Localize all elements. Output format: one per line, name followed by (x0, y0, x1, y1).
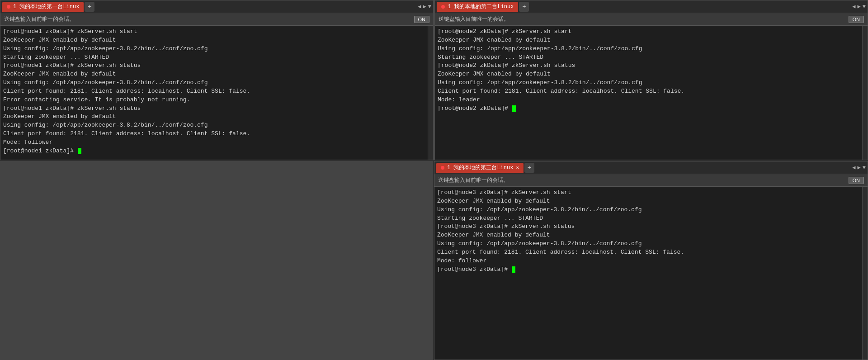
nav-prev-rb[interactable]: ◀ (852, 164, 855, 171)
cursor-left (78, 148, 81, 154)
scrollbar-left[interactable] (428, 26, 433, 160)
toolbar-text-rt: 送键盘输入目前唯一的会话。 (439, 15, 849, 23)
add-tab-button-right-bottom[interactable]: + (524, 163, 534, 173)
terminal-text-left: [root@node1 zkData]# zkServer.sh start Z… (3, 28, 425, 156)
nav-prev-rt[interactable]: ◀ (852, 3, 855, 10)
tab-nav-right-bottom[interactable]: ◀ ▶ ▼ (852, 164, 866, 171)
scrollbar-right-bottom[interactable] (862, 187, 868, 360)
tab-right-bottom[interactable]: 1 我的本地的第三台Linux ✕ (436, 163, 524, 173)
toolbar-text-left: 送键盘输入目前唯一的会话。 (4, 15, 414, 23)
tab-bar-right-bottom: 1 我的本地的第三台Linux ✕ + ◀ ▶ ▼ (434, 161, 868, 174)
terminal-text-rb: [root@node3 zkData]# zkServer.sh start Z… (437, 189, 859, 274)
terminal-content-right-bottom[interactable]: [root@node3 zkData]# zkServer.sh start Z… (434, 187, 862, 360)
on-button-right-bottom[interactable]: ON (849, 177, 864, 184)
terminal-right-bottom[interactable]: 1 我的本地的第三台Linux ✕ + ◀ ▶ ▼ 送键盘输入目前唯一的会话。 … (434, 161, 868, 360)
tab-nav-left[interactable]: ◀ ▶ ▼ (418, 3, 431, 10)
tab-bar-left: 1 我的本地的第一台Linux + ◀ ▶ ▼ (0, 0, 433, 13)
add-tab-button-right-top[interactable]: + (519, 2, 529, 12)
cursor-right-top (512, 105, 516, 112)
tab-right-top-label: 1 我的本地的第二台Linux (448, 3, 514, 10)
tab-status-dot-rt (441, 5, 445, 9)
nav-next-rt[interactable]: ▶ (858, 3, 861, 10)
terminal-right-top[interactable]: 1 我的本地的第二台Linux + ◀ ▶ ▼ 送键盘输入目前唯一的会话。 ON… (434, 0, 868, 160)
nav-prev-left[interactable]: ◀ (418, 3, 421, 10)
tab-status-dot (7, 5, 10, 9)
terminal-content-left[interactable]: [root@node1 zkData]# zkServer.sh start Z… (0, 26, 428, 160)
toolbar-left: 送键盘输入目前唯一的会话。 ON (0, 13, 433, 26)
tab-bar-right-top: 1 我的本地的第二台Linux + ◀ ▶ ▼ (435, 0, 868, 13)
toolbar-text-rb: 送键盘输入目前唯一的会话。 (438, 176, 849, 184)
tab-nav-right-top[interactable]: ◀ ▶ ▼ (852, 3, 866, 10)
nav-menu-rt[interactable]: ▼ (863, 4, 866, 10)
on-button-left[interactable]: ON (414, 16, 430, 23)
nav-next-left[interactable]: ▶ (423, 3, 426, 10)
tab-right-bottom-label: 1 我的本地的第三台Linux (447, 164, 513, 171)
nav-menu-rb[interactable]: ▼ (863, 165, 866, 171)
close-tab-button-rb[interactable]: ✕ (516, 165, 519, 171)
cursor-right-bottom (512, 266, 515, 273)
on-button-right-top[interactable]: ON (849, 16, 864, 23)
toolbar-right-bottom: 送键盘输入目前唯一的会话。 ON (434, 174, 868, 187)
tab-right-top[interactable]: 1 我的本地的第二台Linux (437, 2, 518, 12)
tab-left[interactable]: 1 我的本地的第一台Linux (2, 2, 84, 12)
bottom-spacer (0, 161, 433, 360)
tab-status-dot-rb (441, 166, 444, 170)
terminal-content-right-top[interactable]: [root@node2 zkData]# zkServer.sh start Z… (435, 26, 862, 160)
nav-menu-left[interactable]: ▼ (428, 4, 431, 10)
terminal-left[interactable]: 1 我的本地的第一台Linux + ◀ ▶ ▼ 送键盘输入目前唯一的会话。 ON… (0, 0, 434, 160)
add-tab-button-left[interactable]: + (85, 2, 94, 12)
terminal-text-rt: [root@node2 zkData]# zkServer.sh start Z… (438, 28, 859, 113)
tab-left-label: 1 我的本地的第一台Linux (13, 3, 79, 10)
toolbar-right-top: 送键盘输入目前唯一的会话。 ON (435, 13, 868, 26)
nav-next-rb[interactable]: ▶ (858, 164, 861, 171)
scrollbar-right-top[interactable] (862, 26, 868, 160)
